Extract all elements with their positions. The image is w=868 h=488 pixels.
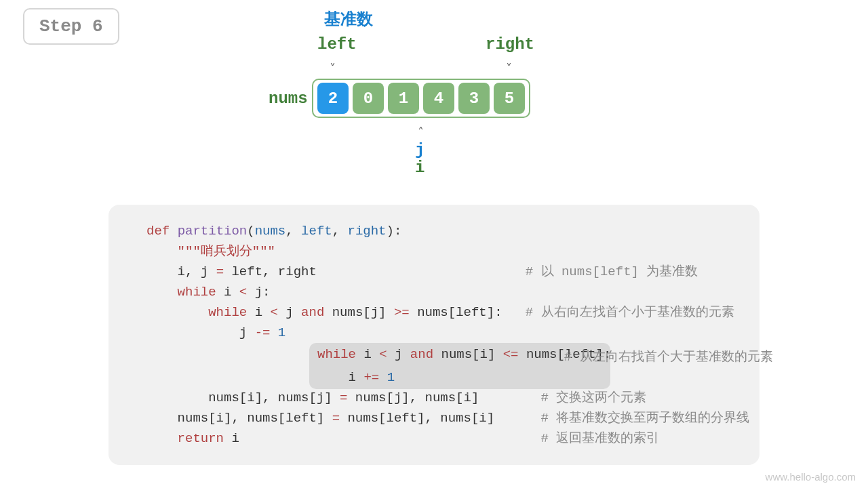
highlighted-code: while i < j and nums[i] <= nums[left]: i… (309, 343, 610, 389)
nums-label: nums (269, 89, 308, 108)
code-line: while i < j and nums[j] >= nums[left]: #… (108, 302, 760, 323)
step-badge: Step 6 (23, 8, 119, 45)
code-line: nums[i], nums[j] = nums[j], nums[i] # 交换… (108, 388, 760, 408)
j-pointer-label: j (415, 141, 425, 159)
array-cell: 0 (353, 83, 384, 114)
code-line: while i < j: (108, 282, 760, 302)
array-cell: 2 (317, 83, 349, 114)
arrow-down-icon: ˅ (330, 61, 336, 76)
array-cell: 5 (494, 83, 525, 114)
code-panel: def partition(nums, left, right): """哨兵划… (108, 205, 760, 465)
watermark: www.hello-algo.com (766, 471, 856, 483)
pivot-label: 基准数 (324, 8, 373, 30)
array-cell: 1 (388, 83, 419, 114)
code-line: """哨兵划分""" (108, 241, 760, 262)
left-pointer-label: left (317, 35, 357, 54)
arrow-down-icon: ˅ (506, 61, 512, 76)
code-line: j -= 1 (108, 323, 760, 343)
code-line: nums[i], nums[left] = nums[left], nums[i… (108, 408, 760, 428)
right-pointer-label: right (486, 35, 534, 54)
i-pointer-label: i (415, 159, 425, 177)
array-container: 2 0 1 4 3 5 (312, 79, 530, 118)
code-line: def partition(nums, left, right): (108, 221, 760, 241)
code-line: return i # 返回基准数的索引 (108, 428, 760, 449)
arrow-up-icon: ˄ (418, 125, 424, 140)
code-line: i, j = left, right # 以 nums[left] 为基准数 (108, 262, 760, 282)
array-cell: 3 (458, 83, 490, 114)
array-cell: 4 (423, 83, 454, 114)
